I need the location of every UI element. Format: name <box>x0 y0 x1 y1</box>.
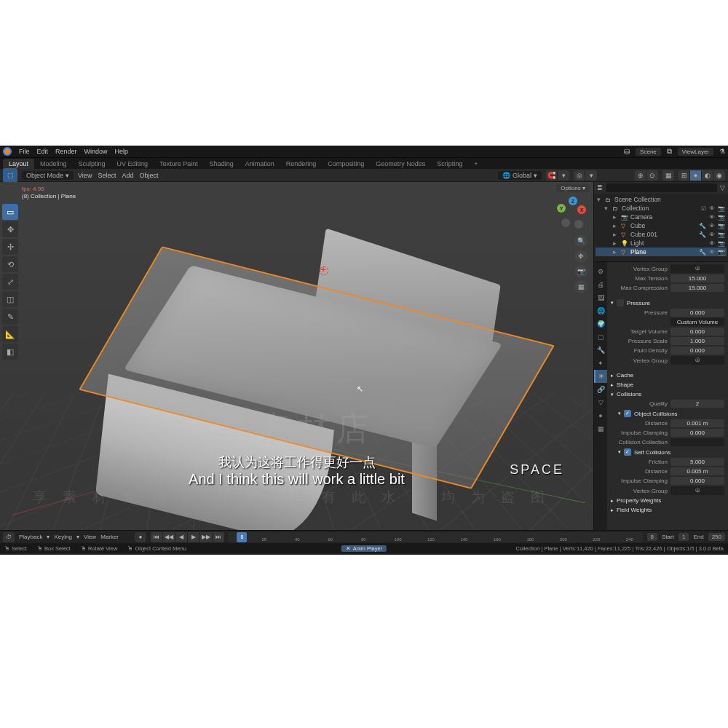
render-icon[interactable]: 📷 <box>718 214 725 221</box>
scene-browse-icon[interactable]: ⛁ <box>624 148 630 156</box>
gizmo-x-axis[interactable]: X <box>577 205 586 214</box>
eye-icon[interactable]: 👁 <box>709 223 715 229</box>
section-shape[interactable]: ▸Shape <box>611 380 724 389</box>
tree-item-camera[interactable]: ▸📷Camera👁📷 <box>596 213 727 221</box>
tool-rotate[interactable]: ⟲ <box>2 256 18 272</box>
menu-object[interactable]: Object <box>139 172 158 179</box>
proportional-type[interactable]: ▾ <box>585 170 597 181</box>
tool-select-box[interactable]: ▭ <box>2 204 18 220</box>
gizmo-z-axis[interactable]: Z <box>569 197 577 205</box>
gizmo-y-axis[interactable]: Y <box>557 204 566 213</box>
render-icon[interactable]: 📷 <box>718 232 725 238</box>
field-impulse-clamping2[interactable]: 0.000 <box>670 477 724 485</box>
menu-window[interactable]: Window <box>84 148 108 155</box>
end-frame-field[interactable]: 250 <box>708 533 725 541</box>
ptab-output[interactable]: 🖨 <box>594 278 607 291</box>
eye-icon[interactable]: 👁 <box>709 205 715 212</box>
section-field-weights[interactable]: ▸Field Weights <box>611 505 724 515</box>
ptab-physics[interactable]: ⚛ <box>594 370 607 383</box>
eye-icon[interactable]: 👁 <box>709 240 715 247</box>
camera-view-icon[interactable]: 📷 <box>574 265 587 278</box>
timeline-editor-icon[interactable]: ⏱ <box>3 532 15 542</box>
ptab-particles[interactable]: ✦ <box>594 357 607 370</box>
shading-material[interactable]: ◐ <box>702 170 713 181</box>
filter-icon[interactable]: ▽ <box>720 184 725 191</box>
ptab-render[interactable]: ⚙ <box>594 265 607 278</box>
jump-start-button[interactable]: ⏮ <box>151 532 162 542</box>
menu-view[interactable]: View <box>78 172 92 179</box>
pan-icon[interactable]: ✥ <box>574 250 587 263</box>
ptab-modifiers[interactable]: 🔧 <box>594 344 607 357</box>
ptab-world[interactable]: 🌍 <box>594 317 607 331</box>
viewport-canvas[interactable]: ↖ <box>0 182 593 530</box>
render-icon[interactable]: 📷 <box>718 205 725 212</box>
ptab-data[interactable]: ▽ <box>594 396 607 409</box>
editor-type-icon[interactable]: ⬚ <box>3 168 17 183</box>
3d-viewport[interactable]: ↖ fps: 4.98 (8) Collection | Plane Optio… <box>0 182 593 530</box>
tab-modeling[interactable]: Modeling <box>34 159 73 169</box>
play-reverse-button[interactable]: ◀ <box>175 532 187 542</box>
outliner-editor-icon[interactable]: ≣ <box>597 184 603 191</box>
section-pressure[interactable]: ▾Pressure <box>611 298 724 308</box>
section-self-collisions[interactable]: ▾✓Self Collisions <box>611 447 724 457</box>
outliner-search[interactable] <box>606 183 717 192</box>
viewlayer-browse-icon[interactable]: ⧉ <box>667 147 672 156</box>
field-custom-volume[interactable]: Custom Volume <box>670 318 724 326</box>
shading-rendered[interactable]: ◉ <box>713 170 725 181</box>
prev-keyframe-button[interactable]: ◀◀ <box>163 532 175 542</box>
section-cache[interactable]: ▸Cache <box>611 371 724 380</box>
render-icon[interactable]: 📷 <box>718 240 725 247</box>
tree-item-cube[interactable]: ▸▽Cube🔧👁📷 <box>596 221 727 230</box>
timeline-ruler[interactable]: 8 20 40 60 80 100 120 140 160 180 200 22… <box>229 532 643 542</box>
field-friction[interactable]: 5.000 <box>670 458 724 466</box>
viewlayer-name-field[interactable]: ViewLayer <box>678 148 713 156</box>
tab-scripting[interactable]: Scripting <box>431 159 468 169</box>
menu-edit[interactable]: Edit <box>37 148 49 155</box>
eye-icon[interactable]: 👁 <box>709 214 715 221</box>
field-max-compression[interactable]: 15.000 <box>670 284 724 292</box>
menu-keying[interactable]: Keying <box>54 534 71 540</box>
gizmo-toggle[interactable]: ⊕ <box>635 170 646 181</box>
ptab-texture[interactable]: ▦ <box>594 422 607 435</box>
menu-file[interactable]: File <box>19 148 30 155</box>
checkbox-pressure[interactable] <box>617 299 624 306</box>
field-pressure-scale[interactable]: 1.000 <box>670 337 724 345</box>
tab-sculpting[interactable]: Sculpting <box>73 159 111 169</box>
tab-add[interactable]: + <box>468 159 483 169</box>
tab-uv-editing[interactable]: UV Editing <box>111 159 154 169</box>
menu-select[interactable]: Select <box>98 172 116 179</box>
playhead[interactable]: 8 <box>237 532 247 542</box>
proportional-toggle[interactable]: ◎ <box>574 170 585 181</box>
tool-transform[interactable]: ◫ <box>2 291 18 307</box>
current-frame-field[interactable]: 8 <box>647 533 657 541</box>
tab-layout[interactable]: Layout <box>3 159 34 169</box>
menu-view-tl[interactable]: View <box>84 534 96 540</box>
tab-compositing[interactable]: Compositing <box>322 159 370 169</box>
field-vertex-group2[interactable]: ⦾ <box>670 356 724 365</box>
checkbox-obj-collisions[interactable]: ✓ <box>624 410 631 417</box>
ptab-material[interactable]: ● <box>594 409 607 422</box>
tool-add-cube[interactable]: ◧ <box>2 344 18 360</box>
menu-help[interactable]: Help <box>115 148 129 155</box>
ptab-constraints[interactable]: 🔗 <box>594 383 607 396</box>
snap-type[interactable]: ▾ <box>558 170 569 181</box>
perspective-toggle-icon[interactable]: ▦ <box>574 280 587 293</box>
tab-geometry-nodes[interactable]: Geometry Nodes <box>370 159 431 169</box>
tool-annotate[interactable]: ✎ <box>2 309 18 325</box>
render-icon[interactable]: 📷 <box>718 223 725 229</box>
gizmo-neg-axis[interactable] <box>561 218 570 227</box>
start-frame-field[interactable]: 1 <box>678 533 689 541</box>
ptab-scene[interactable]: 🌐 <box>594 304 607 317</box>
field-pressure[interactable]: 0.000 <box>670 309 724 317</box>
tool-move[interactable]: ✢ <box>2 239 18 255</box>
checkbox-self-collisions[interactable]: ✓ <box>624 448 631 456</box>
overlay-toggle[interactable]: ⊙ <box>646 170 658 181</box>
menu-render[interactable]: Render <box>55 148 77 155</box>
tree-item-plane[interactable]: ▸▽Plane🔧👁📷 <box>596 248 727 256</box>
field-max-tension[interactable]: 15.000 <box>670 274 724 282</box>
options-dropdown[interactable]: Options ▾ <box>556 184 590 192</box>
field-fluid-density[interactable]: 0.000 <box>670 347 724 355</box>
xray-toggle[interactable]: ▦ <box>662 170 674 181</box>
field-target-volume[interactable]: 0.000 <box>670 328 724 336</box>
tool-measure[interactable]: 📐 <box>2 326 18 342</box>
